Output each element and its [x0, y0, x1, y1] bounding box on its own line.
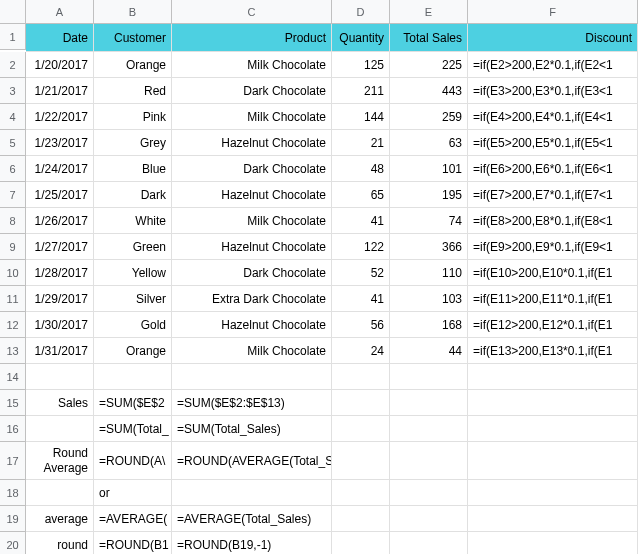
cell-D6[interactable]: 48 [332, 156, 390, 182]
cell-D19[interactable] [332, 506, 390, 532]
cell-C17[interactable]: =ROUND(AVERAGE(Total_Sales),-1) [172, 442, 332, 480]
row-header-8[interactable]: 8 [0, 208, 26, 234]
cell-A9[interactable]: 1/27/2017 [26, 234, 94, 260]
cell-E10[interactable]: 110 [390, 260, 468, 286]
cell-B12[interactable]: Gold [94, 312, 172, 338]
cell-F11[interactable]: =if(E11>200,E11*0.1,if(E1 [468, 286, 638, 312]
cell-A3[interactable]: 1/21/2017 [26, 78, 94, 104]
header-cell-B[interactable]: Customer [94, 24, 172, 52]
cell-C5[interactable]: Hazelnut Chocolate [172, 130, 332, 156]
cell-E19[interactable] [390, 506, 468, 532]
cell-E5[interactable]: 63 [390, 130, 468, 156]
cell-C16[interactable]: =SUM(Total_Sales) [172, 416, 332, 442]
cell-A12[interactable]: 1/30/2017 [26, 312, 94, 338]
cell-E15[interactable] [390, 390, 468, 416]
cell-B16[interactable]: =SUM(Total_ [94, 416, 172, 442]
cell-F15[interactable] [468, 390, 638, 416]
cell-B18[interactable]: or [94, 480, 172, 506]
row-header-6[interactable]: 6 [0, 156, 26, 182]
row-header-2[interactable]: 2 [0, 52, 26, 78]
cell-F12[interactable]: =if(E12>200,E12*0.1,if(E1 [468, 312, 638, 338]
cell-C19[interactable]: =AVERAGE(Total_Sales) [172, 506, 332, 532]
cell-D17[interactable] [332, 442, 390, 480]
cell-D10[interactable]: 52 [332, 260, 390, 286]
cell-C12[interactable]: Hazelnut Chocolate [172, 312, 332, 338]
cell-D11[interactable]: 41 [332, 286, 390, 312]
cell-E17[interactable] [390, 442, 468, 480]
cell-D4[interactable]: 144 [332, 104, 390, 130]
cell-A13[interactable]: 1/31/2017 [26, 338, 94, 364]
cell-A20[interactable]: round [26, 532, 94, 554]
cell-E13[interactable]: 44 [390, 338, 468, 364]
cell-E9[interactable]: 366 [390, 234, 468, 260]
row-header-7[interactable]: 7 [0, 182, 26, 208]
cell-F10[interactable]: =if(E10>200,E10*0.1,if(E1 [468, 260, 638, 286]
cell-E11[interactable]: 103 [390, 286, 468, 312]
header-cell-D[interactable]: Quantity [332, 24, 390, 52]
cell-D12[interactable]: 56 [332, 312, 390, 338]
row-header-3[interactable]: 3 [0, 78, 26, 104]
col-header-D[interactable]: D [332, 0, 390, 24]
cell-F16[interactable] [468, 416, 638, 442]
cell-D2[interactable]: 125 [332, 52, 390, 78]
cell-B4[interactable]: Pink [94, 104, 172, 130]
cell-A2[interactable]: 1/20/2017 [26, 52, 94, 78]
cell-F9[interactable]: =if(E9>200,E9*0.1,if(E9<1 [468, 234, 638, 260]
cell-F19[interactable] [468, 506, 638, 532]
cell-C9[interactable]: Hazelnut Chocolate [172, 234, 332, 260]
header-cell-F[interactable]: Discount [468, 24, 638, 52]
cell-B14[interactable] [94, 364, 172, 390]
col-header-B[interactable]: B [94, 0, 172, 24]
cell-B9[interactable]: Green [94, 234, 172, 260]
cell-D7[interactable]: 65 [332, 182, 390, 208]
header-cell-C[interactable]: Product [172, 24, 332, 52]
cell-A18[interactable] [26, 480, 94, 506]
row-header-9[interactable]: 9 [0, 234, 26, 260]
row-header-11[interactable]: 11 [0, 286, 26, 312]
cell-B11[interactable]: Silver [94, 286, 172, 312]
cell-C7[interactable]: Hazelnut Chocolate [172, 182, 332, 208]
cell-B7[interactable]: Dark [94, 182, 172, 208]
row-header-20[interactable]: 20 [0, 532, 26, 554]
cell-C8[interactable]: Milk Chocolate [172, 208, 332, 234]
cell-F8[interactable]: =if(E8>200,E8*0.1,if(E8<1 [468, 208, 638, 234]
row-header-19[interactable]: 19 [0, 506, 26, 532]
cell-A4[interactable]: 1/22/2017 [26, 104, 94, 130]
header-cell-A[interactable]: Date [26, 24, 94, 52]
cell-C2[interactable]: Milk Chocolate [172, 52, 332, 78]
cell-D9[interactable]: 122 [332, 234, 390, 260]
cell-A16[interactable] [26, 416, 94, 442]
cell-F3[interactable]: =if(E3>200,E3*0.1,if(E3<1 [468, 78, 638, 104]
cell-C6[interactable]: Dark Chocolate [172, 156, 332, 182]
cell-E8[interactable]: 74 [390, 208, 468, 234]
cell-B5[interactable]: Grey [94, 130, 172, 156]
cell-F4[interactable]: =if(E4>200,E4*0.1,if(E4<1 [468, 104, 638, 130]
col-header-A[interactable]: A [26, 0, 94, 24]
col-header-E[interactable]: E [390, 0, 468, 24]
cell-F7[interactable]: =if(E7>200,E7*0.1,if(E7<1 [468, 182, 638, 208]
cell-F2[interactable]: =if(E2>200,E2*0.1,if(E2<1 [468, 52, 638, 78]
cell-E4[interactable]: 259 [390, 104, 468, 130]
cell-A19[interactable]: average [26, 506, 94, 532]
cell-E2[interactable]: 225 [390, 52, 468, 78]
cell-B6[interactable]: Blue [94, 156, 172, 182]
cell-D5[interactable]: 21 [332, 130, 390, 156]
cell-C15[interactable]: =SUM($E$2:$E$13) [172, 390, 332, 416]
cell-B2[interactable]: Orange [94, 52, 172, 78]
row-header-16[interactable]: 16 [0, 416, 26, 442]
cell-D15[interactable] [332, 390, 390, 416]
cell-F13[interactable]: =if(E13>200,E13*0.1,if(E1 [468, 338, 638, 364]
cell-C10[interactable]: Dark Chocolate [172, 260, 332, 286]
cell-D3[interactable]: 211 [332, 78, 390, 104]
col-header-C[interactable]: C [172, 0, 332, 24]
cell-A14[interactable] [26, 364, 94, 390]
cell-C11[interactable]: Extra Dark Chocolate [172, 286, 332, 312]
cell-B3[interactable]: Red [94, 78, 172, 104]
cell-F14[interactable] [468, 364, 638, 390]
row-header-13[interactable]: 13 [0, 338, 26, 364]
cell-E7[interactable]: 195 [390, 182, 468, 208]
cell-F6[interactable]: =if(E6>200,E6*0.1,if(E6<1 [468, 156, 638, 182]
cell-B17[interactable]: =ROUND(A\ [94, 442, 172, 480]
cell-A11[interactable]: 1/29/2017 [26, 286, 94, 312]
cell-E20[interactable] [390, 532, 468, 554]
